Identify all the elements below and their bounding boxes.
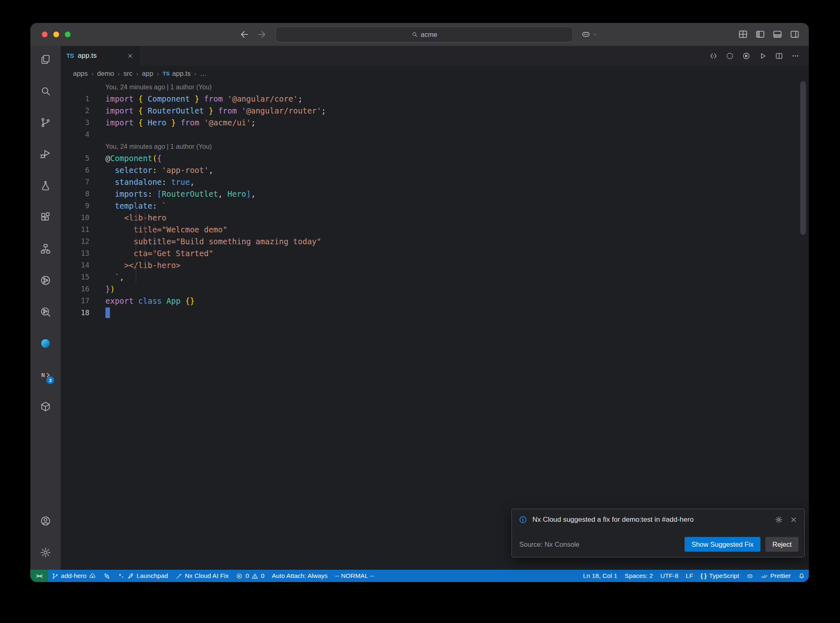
code-line-text: imports: [RouterOutlet, Hero], — [89, 188, 256, 200]
blame-row[interactable]: You, 24 minutes ago | 1 author (You) — [61, 81, 809, 93]
show-suggested-fix-button[interactable]: Show Suggested Fix — [685, 537, 760, 552]
code-row[interactable]: 13 cta="Get Started" — [61, 248, 809, 259]
code-row[interactable]: 8 imports: [RouterOutlet, Hero], — [61, 188, 809, 200]
command-center-search[interactable]: acme — [276, 27, 573, 42]
breadcrumb-separator: › — [91, 70, 94, 77]
code-row[interactable]: 18 — [61, 307, 809, 319]
activity-item-explorer[interactable] — [36, 50, 55, 69]
zoom-window-button[interactable] — [65, 32, 71, 37]
code-row[interactable]: 10 <lib-hero — [61, 212, 809, 224]
status-copilot-status[interactable] — [743, 570, 757, 582]
code-row[interactable]: 2import { RouterOutlet } from '@angular/… — [61, 105, 809, 117]
code-row[interactable]: 17export class App {} — [61, 295, 809, 307]
notification-settings-icon[interactable] — [775, 516, 783, 524]
activity-item-extensions[interactable] — [36, 207, 55, 227]
status-vim-mode[interactable]: -- NORMAL -- — [331, 570, 378, 582]
line-number — [61, 141, 89, 152]
activity-item-nx-project-details[interactable] — [36, 302, 55, 322]
copilot-menu-button[interactable] — [581, 29, 598, 39]
blame-row[interactable]: You, 24 minutes ago | 1 author (You) — [61, 141, 809, 152]
navigate-back-icon[interactable] — [239, 29, 250, 40]
status-auto-attach[interactable]: Auto Attach: Always — [268, 570, 331, 582]
code-row[interactable]: 4 — [61, 129, 809, 141]
more-actions-icon[interactable] — [791, 52, 800, 60]
toggle-panel-icon[interactable] — [772, 29, 783, 39]
status-formatter-prettier[interactable]: Prettier — [757, 570, 794, 582]
rerun-task-icon[interactable] — [742, 52, 751, 60]
tab-bar: TS app.ts — [61, 46, 809, 66]
code-editor[interactable]: You, 24 minutes ago | 1 author (You)1imp… — [61, 81, 809, 570]
code-row[interactable]: 16}) — [61, 283, 809, 295]
typescript-file-icon: TS — [163, 70, 170, 77]
status-nx-cloud-ai-fix[interactable]: Nx Cloud AI Fix — [172, 570, 233, 582]
activity-item-testing[interactable] — [36, 176, 55, 196]
code-row[interactable]: 5@Component({ — [61, 152, 809, 164]
line-number: 11 — [61, 224, 89, 236]
minimize-window-button[interactable] — [53, 32, 59, 37]
code-row[interactable]: 3import { Hero } from '@acme/ui'; — [61, 117, 809, 129]
run-tests-icon[interactable] — [726, 52, 734, 60]
code-row[interactable]: 15 `, — [61, 271, 809, 283]
activity-item-nx-console[interactable]: N3 — [36, 365, 55, 385]
status-cursor-position[interactable]: Ln 18, Col 1 — [579, 570, 621, 582]
breadcrumb-item-demo[interactable]: demo — [97, 70, 114, 77]
code-line-text: export class App {} — [89, 295, 194, 307]
code-row[interactable]: 6 selector: 'app-root', — [61, 164, 809, 176]
navigate-forward-icon[interactable] — [256, 29, 267, 40]
code-line-text: subtitle="Build something amazing today" — [89, 236, 321, 248]
breadcrumb-item-file[interactable]: TSapp.ts — [163, 70, 191, 77]
close-tab-icon[interactable] — [127, 52, 134, 59]
warning-icon — [251, 573, 258, 580]
breadcrumb-item-app[interactable]: app — [142, 70, 153, 77]
activity-item-edge-browser[interactable] — [36, 334, 55, 353]
status-problems[interactable]: 00 — [232, 570, 268, 582]
status-remote-indicator[interactable]: >< — [30, 570, 48, 582]
wand-icon — [176, 573, 183, 580]
breadcrumb-item-apps[interactable]: apps — [73, 70, 88, 77]
toggle-secondary-sidebar-icon[interactable] — [790, 29, 800, 39]
git-blame-annotation: You, 24 minutes ago | 1 author (You) — [89, 81, 212, 93]
status-git-branch[interactable]: add-hero — [48, 570, 100, 582]
breadcrumb-symbol-tail[interactable]: … — [200, 70, 207, 77]
breadcrumb-separator: › — [136, 70, 138, 77]
status-indentation[interactable]: Spaces: 2 — [621, 570, 657, 582]
compare-changes-icon[interactable] — [709, 52, 718, 60]
sparkle-icon — [118, 573, 125, 580]
split-editor-icon[interactable] — [775, 52, 783, 60]
reject-button[interactable]: Reject — [765, 537, 799, 552]
indent-guide — [145, 212, 145, 271]
code-row[interactable]: 14 ></lib-hero> — [61, 259, 809, 271]
status-git-compare[interactable] — [100, 570, 114, 582]
line-number: 1 — [61, 93, 89, 105]
code-row[interactable]: 12 subtitle="Build something amazing tod… — [61, 236, 809, 248]
activity-item-source-control[interactable] — [36, 113, 55, 132]
vertical-scrollbar[interactable] — [800, 81, 806, 235]
customize-layout-icon[interactable] — [738, 29, 748, 39]
status-language-mode[interactable]: { }TypeScript — [697, 570, 743, 582]
activity-item-accounts[interactable] — [36, 511, 55, 531]
code-row[interactable]: 1import { Component } from '@angular/cor… — [61, 93, 809, 105]
tab-app-ts[interactable]: TS app.ts — [61, 46, 139, 66]
close-window-button[interactable] — [42, 32, 48, 37]
run-file-icon[interactable] — [758, 52, 767, 60]
status-encoding[interactable]: UTF-8 — [657, 570, 682, 582]
code-row[interactable]: 11 title="Welcmoe demo" — [61, 224, 809, 236]
line-number: 4 — [61, 129, 89, 141]
status-launchpad[interactable]: Launchpad — [114, 570, 172, 582]
activity-item-search[interactable] — [36, 81, 55, 101]
status-notifications-bell[interactable] — [794, 570, 809, 582]
breadcrumb-item-src[interactable]: src — [123, 70, 132, 77]
notification-close-icon[interactable] — [790, 516, 798, 524]
code-line-text — [89, 129, 105, 141]
activity-item-settings[interactable] — [36, 543, 55, 562]
code-row[interactable]: 7 standalone: true, — [61, 176, 809, 188]
code-row[interactable]: 9 template: ` — [61, 200, 809, 212]
activity-item-package-explorer[interactable] — [36, 397, 55, 416]
activity-item-run-and-debug[interactable] — [36, 144, 55, 164]
activity-bar: N3 — [30, 46, 61, 570]
activity-item-references[interactable] — [36, 239, 55, 259]
toggle-primary-sidebar-icon[interactable] — [755, 29, 765, 39]
status-right: Ln 18, Col 1Spaces: 2UTF-8LF{ }TypeScrip… — [579, 570, 809, 582]
activity-item-nx-project-graph[interactable] — [36, 271, 55, 290]
status-eol[interactable]: LF — [682, 570, 697, 582]
